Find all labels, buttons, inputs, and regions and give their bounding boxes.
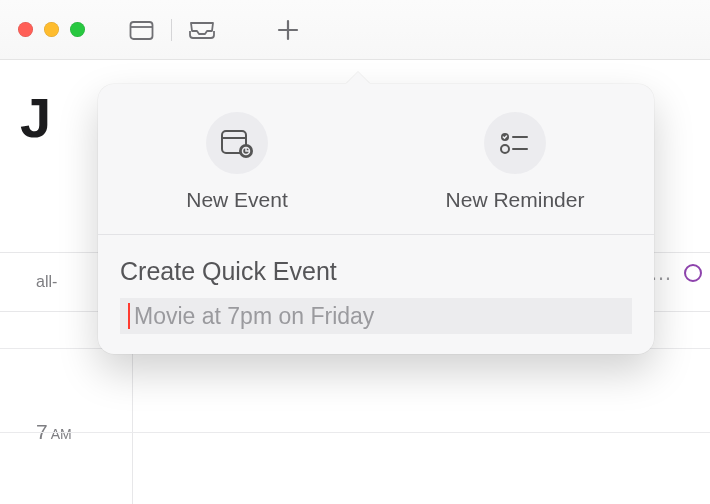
all-day-overflow: … xyxy=(650,260,702,286)
plus-icon xyxy=(277,19,299,41)
svg-point-9 xyxy=(501,145,509,153)
calendar-add-icon xyxy=(220,127,254,159)
popover-quick-section: Create Quick Event Movie at 7pm on Frida… xyxy=(98,235,654,354)
toolbar-divider xyxy=(171,19,172,41)
text-caret xyxy=(128,303,130,329)
new-reminder-option[interactable]: New Reminder xyxy=(376,112,654,212)
new-reminder-icon-circle xyxy=(484,112,546,174)
reminders-list-icon xyxy=(499,129,531,157)
new-event-label: New Event xyxy=(186,188,288,212)
toolbar xyxy=(0,0,710,60)
zoom-window-button[interactable] xyxy=(70,22,85,37)
month-title: J xyxy=(20,85,51,150)
all-day-label: all- xyxy=(36,273,57,291)
minimize-window-button[interactable] xyxy=(44,22,59,37)
inbox-icon xyxy=(189,20,215,40)
new-reminder-label: New Reminder xyxy=(446,188,585,212)
new-event-icon-circle xyxy=(206,112,268,174)
add-popover: New Event New Reminder Create Quick Even… xyxy=(98,84,654,354)
quick-event-input[interactable]: Movie at 7pm on Friday xyxy=(120,298,632,334)
popover-options: New Event New Reminder xyxy=(98,84,654,235)
inbox-button[interactable] xyxy=(186,14,218,46)
close-window-button[interactable] xyxy=(18,22,33,37)
window-controls xyxy=(18,22,85,37)
new-event-option[interactable]: New Event xyxy=(98,112,376,212)
show-calendars-button[interactable] xyxy=(125,14,157,46)
hour-line xyxy=(0,432,710,433)
add-button[interactable] xyxy=(272,14,304,46)
svg-rect-0 xyxy=(130,22,152,39)
quick-event-heading: Create Quick Event xyxy=(120,257,632,286)
quick-event-placeholder: Movie at 7pm on Friday xyxy=(134,303,374,330)
event-ring-icon[interactable] xyxy=(684,264,702,282)
calendar-window: J all- … 7AM xyxy=(0,0,710,504)
calendar-icon xyxy=(129,19,154,41)
hour-suffix: AM xyxy=(51,426,72,442)
toolbar-left-group xyxy=(125,14,304,46)
